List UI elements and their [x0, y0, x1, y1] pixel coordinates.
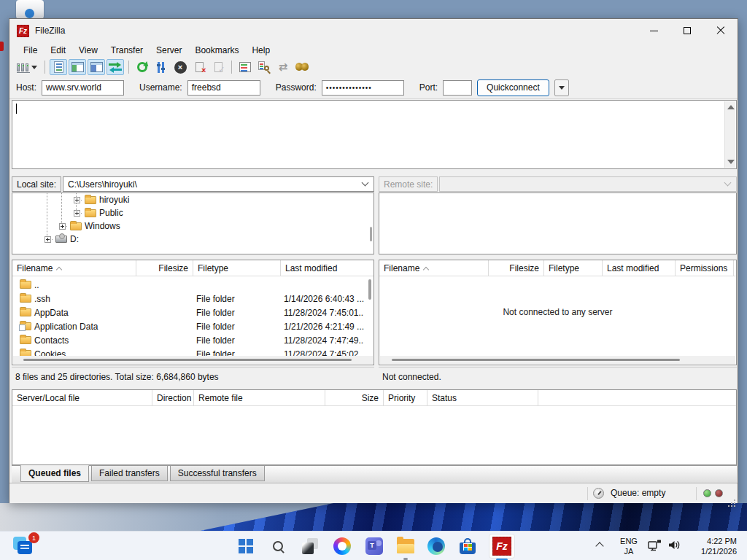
column-permissions[interactable]: Permissions [676, 260, 734, 276]
minimize-button[interactable] [637, 19, 670, 42]
widgets-button[interactable]: 1 [13, 535, 38, 557]
transfer-queue-icon [109, 62, 122, 72]
tree-item-public[interactable]: Public [74, 206, 123, 219]
host-input[interactable]: www.srv.world [42, 80, 124, 96]
message-log[interactable] [12, 100, 737, 169]
file-explorer-button[interactable] [396, 537, 415, 556]
column-filetype[interactable]: Filetype [193, 260, 281, 276]
scroll-up-icon[interactable] [727, 105, 735, 109]
task-view-icon [302, 538, 318, 554]
column-modified[interactable]: Last modified [281, 260, 370, 276]
column-size[interactable]: Size [325, 390, 384, 406]
menu-bookmarks[interactable]: Bookmarks [188, 44, 245, 57]
refresh-icon [137, 62, 147, 72]
password-input[interactable]: •••••••••••••• [322, 80, 404, 96]
drive-icon [55, 236, 67, 243]
file-row-ssh[interactable]: .ssh File folder 1/14/2026 6:40:43 ... [12, 292, 366, 306]
tree-item-windows[interactable]: Windows [59, 219, 120, 233]
local-file-list[interactable]: Filename Filesize Filetype Last modified… [12, 260, 374, 365]
network-icon[interactable] [648, 539, 662, 553]
column-filename[interactable]: Filename [379, 260, 489, 276]
tab-queued-files[interactable]: Queued files [20, 465, 89, 482]
horizontal-scrollbar[interactable] [380, 356, 735, 364]
cancel-button[interactable]: × [171, 59, 189, 75]
find-files-button[interactable] [255, 59, 273, 75]
expand-icon[interactable] [74, 197, 80, 203]
tab-successful-transfers[interactable]: Successful transfers [170, 466, 265, 481]
tree-scrollbar-thumb[interactable] [370, 227, 372, 241]
transfer-queue-panel[interactable]: Server/Local file Direction Remote file … [12, 389, 737, 465]
column-direction[interactable]: Direction [152, 390, 194, 406]
resize-grip[interactable] [734, 499, 735, 501]
menu-view[interactable]: View [72, 44, 104, 57]
column-filename[interactable]: Filename [12, 260, 136, 276]
speed-limit-icon[interactable] [593, 488, 604, 499]
scrollbar-thumb[interactable] [23, 359, 352, 361]
column-remote-file[interactable]: Remote file [194, 390, 325, 406]
menu-server[interactable]: Server [150, 44, 188, 57]
disconnect-button[interactable]: × [190, 59, 208, 75]
close-button[interactable] [704, 19, 738, 42]
list-scrollbar-thumb[interactable] [368, 279, 371, 300]
toggle-message-log-button[interactable] [50, 59, 67, 75]
menu-file[interactable]: File [17, 44, 44, 57]
scroll-down-icon[interactable] [727, 160, 735, 164]
toggle-remote-tree-button[interactable] [88, 59, 105, 75]
expand-icon[interactable] [59, 223, 66, 230]
menu-transfer[interactable]: Transfer [104, 44, 150, 57]
reconnect-button[interactable]: ✓ [209, 59, 227, 75]
copilot-button[interactable] [333, 537, 352, 556]
edge-button[interactable] [427, 537, 446, 556]
desktop-icon[interactable] [16, 0, 44, 19]
column-priority[interactable]: Priority [384, 390, 427, 406]
start-button[interactable] [236, 537, 255, 556]
store-button[interactable] [458, 537, 477, 556]
language-indicator[interactable]: ENG JA [616, 536, 641, 556]
filezilla-taskbar-button[interactable]: Fz [489, 534, 515, 559]
column-filesize[interactable]: Filesize [489, 260, 544, 276]
column-status[interactable]: Status [427, 390, 538, 406]
synchronized-browsing-button[interactable]: ⇄ [274, 59, 292, 75]
search-button[interactable] [293, 59, 311, 75]
menu-help[interactable]: Help [245, 44, 276, 57]
scrollbar-thumb[interactable] [392, 359, 680, 361]
local-site-combobox[interactable]: C:\Users\hiroyuki\ [63, 176, 374, 192]
expand-icon[interactable] [74, 210, 80, 217]
teams-button[interactable] [365, 537, 384, 556]
tab-failed-transfers[interactable]: Failed transfers [91, 466, 168, 481]
directory-comparison-button[interactable] [236, 59, 254, 75]
task-view-button[interactable] [301, 537, 320, 556]
file-row-contacts[interactable]: Contacts File folder 11/28/2024 7:47:49.… [12, 333, 366, 347]
expand-icon[interactable] [44, 236, 51, 243]
port-input[interactable] [443, 80, 472, 96]
binoculars-icon [295, 63, 309, 71]
message-log-scrollbar[interactable] [724, 101, 735, 168]
horizontal-scrollbar[interactable] [13, 356, 373, 364]
column-filetype[interactable]: Filetype [544, 260, 603, 276]
column-server-local-file[interactable]: Server/Local file [12, 390, 152, 406]
column-filesize[interactable]: Filesize [136, 260, 193, 276]
file-row-appdata[interactable]: AppData File folder 11/28/2024 7:45:01.. [12, 306, 366, 319]
column-modified[interactable]: Last modified [603, 260, 676, 276]
volume-icon[interactable] [667, 539, 681, 553]
refresh-button[interactable] [133, 59, 151, 75]
tray-overflow-chevron-icon[interactable] [595, 542, 603, 550]
username-input[interactable]: freebsd [187, 80, 260, 96]
filter-button[interactable] [152, 59, 170, 75]
maximize-button[interactable] [670, 19, 704, 42]
combo-chevron-icon[interactable] [362, 179, 369, 187]
quickconnect-button[interactable]: Quickconnect [477, 79, 549, 96]
folder-shortcut-icon [20, 322, 31, 330]
quickconnect-dropdown-button[interactable] [554, 79, 569, 96]
site-manager-button[interactable] [14, 59, 40, 75]
toggle-local-tree-button[interactable] [69, 59, 86, 75]
clock[interactable]: 4:22 PM 1/21/2026 [701, 536, 737, 556]
local-directory-tree[interactable]: hiroyuki Public Windows D: [12, 192, 374, 254]
tree-item-d-drive[interactable]: D: [44, 233, 79, 246]
file-row-parent[interactable]: .. [12, 278, 366, 292]
file-row-application-data[interactable]: Application Data File folder 1/21/2026 4… [12, 319, 366, 333]
menu-edit[interactable]: Edit [44, 44, 72, 57]
search-button[interactable] [268, 537, 287, 556]
toggle-transfer-queue-button[interactable] [107, 59, 124, 75]
tree-item-hiroyuki[interactable]: hiroyuki [74, 193, 129, 206]
